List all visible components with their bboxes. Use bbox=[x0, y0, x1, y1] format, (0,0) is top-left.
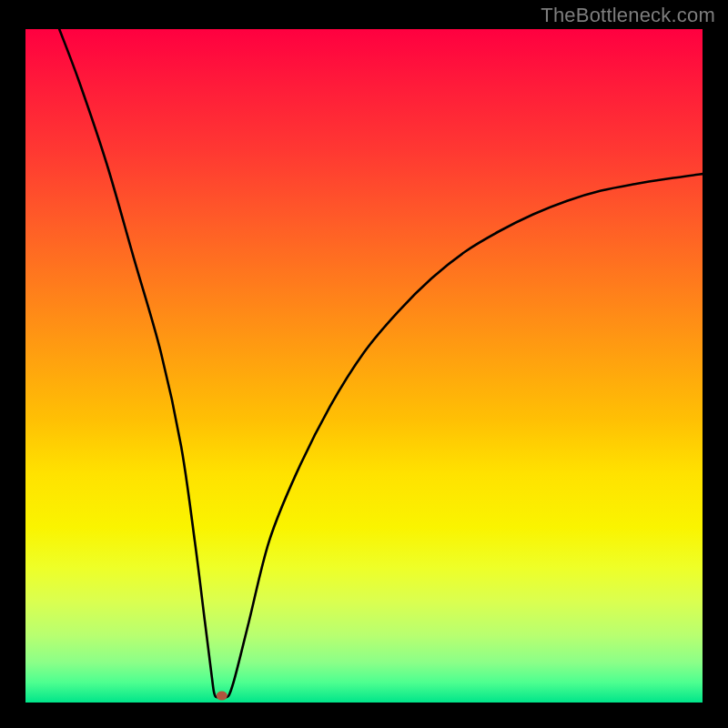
attribution-label: TheBottleneck.com bbox=[541, 4, 715, 27]
chart-container: TheBottleneck.com bbox=[0, 0, 728, 728]
optimal-point-marker bbox=[217, 692, 228, 701]
curve-layer bbox=[25, 29, 703, 703]
bottleneck-curve bbox=[59, 29, 703, 697]
plot-frame bbox=[22, 25, 706, 706]
